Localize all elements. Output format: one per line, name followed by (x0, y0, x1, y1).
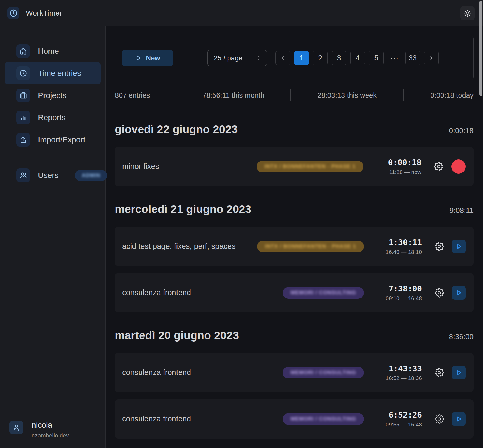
sidebar-item-label: Time entries (38, 69, 81, 78)
entry-times: 7:38:00 09:10 — 16:48 (374, 284, 422, 301)
page-button-5[interactable]: 5 (369, 51, 384, 65)
entry-name: acid test page: fixes, perf, spaces (122, 242, 257, 251)
page-button-3[interactable]: 3 (332, 51, 346, 65)
next-page-button[interactable] (424, 51, 439, 65)
pagination-toolbar: New 25 / page 1 2 3 4 5 ··· 33 (115, 36, 474, 80)
day-group: martedì 20 giugno 2023 8:36:00 consulenz… (115, 329, 474, 439)
sidebar-item-label: Import/Export (38, 135, 85, 144)
sidebar-item-projects[interactable]: Projects (5, 84, 101, 106)
project-badge[interactable]: MEMORI / CONSULTING (283, 367, 364, 378)
page-button-4[interactable]: 4 (350, 51, 365, 65)
sidebar-item-label: Reports (38, 113, 66, 122)
home-icon (16, 44, 30, 58)
entry-settings-button[interactable] (434, 288, 445, 298)
entry-play-button[interactable] (452, 412, 466, 426)
entry-stop-button[interactable] (451, 159, 466, 174)
day-header: giovedì 22 giugno 2023 0:00:18 (115, 123, 474, 136)
new-entry-button[interactable]: New (122, 50, 173, 66)
project-badge-label: INTX / BONNEFANTEN - PHASE 1 (265, 243, 356, 249)
sidebar-item-home[interactable]: Home (5, 40, 101, 62)
entry-duration: 7:38:00 (389, 284, 422, 293)
chevrons-up-down-icon (256, 55, 262, 61)
entry-name: consulenza frontend (122, 368, 283, 377)
sidebar-item-reports[interactable]: Reports (5, 106, 101, 129)
day-title: giovedì 22 giugno 2023 (115, 123, 238, 136)
day-header: martedì 20 giugno 2023 8:36:00 (115, 329, 474, 342)
entry-duration: 1:43:33 (389, 364, 422, 373)
entry-settings-button[interactable] (434, 241, 445, 252)
day-group: giovedì 22 giugno 2023 0:00:18 minor fix… (115, 123, 474, 186)
project-badge[interactable]: MEMORI / CONSULTING (283, 413, 364, 425)
page-size-value: 25 / page (214, 54, 242, 62)
entry-settings-button[interactable] (434, 367, 445, 378)
stat-this-week: 28:03:13 this week (291, 91, 403, 100)
sidebar: Home Time entries Projects Reports Impor… (0, 26, 106, 448)
entry-list: minor fixes INTX / BONNEFANTEN - PHASE 1… (115, 147, 474, 186)
entry-times: 6:52:26 09:55 — 16:48 (374, 410, 422, 428)
entry-name: consulenza frontend (122, 415, 283, 423)
entry-time-range: 16:52 — 18:36 (386, 375, 422, 381)
clock-icon (9, 9, 18, 17)
page-button-1[interactable]: 1 (294, 51, 309, 65)
clock-icon (16, 66, 30, 80)
gear-icon (434, 162, 443, 171)
briefcase-icon (16, 89, 30, 102)
day-title: mercoledì 21 giugno 2023 (115, 203, 251, 216)
profile-section[interactable]: nicola nzambello.dev (9, 421, 69, 439)
entry-play-button[interactable] (452, 240, 466, 253)
sidebar-item-import-export[interactable]: Import/Export (5, 129, 101, 151)
entry-duration: 6:52:26 (389, 410, 422, 420)
entry-play-button[interactable] (452, 286, 466, 300)
entry-times: 1:43:33 16:52 — 18:36 (374, 364, 422, 381)
bar-chart-icon (16, 111, 30, 124)
entry-times: 1:30:11 16:40 — 18:10 (374, 238, 422, 255)
day-group: mercoledì 21 giugno 2023 9:08:11 acid te… (115, 203, 474, 312)
project-badge[interactable]: INTX / BONNEFANTEN - PHASE 1 (257, 161, 363, 172)
play-icon (455, 289, 463, 297)
time-entry-card: acid test page: fixes, perf, spaces INTX… (115, 227, 474, 266)
entry-settings-button[interactable] (433, 161, 444, 172)
pager-ellipsis: ··· (388, 54, 401, 62)
admin-badge: ADMIN (75, 170, 107, 181)
sidebar-item-time-entries[interactable]: Time entries (5, 62, 101, 84)
profile-subtitle: nzambello.dev (32, 432, 69, 439)
profile-text: nicola nzambello.dev (32, 421, 69, 439)
chevron-left-icon (280, 55, 286, 61)
page-size-select[interactable]: 25 / page (207, 50, 267, 66)
project-badge-label: MEMORI / CONSULTING (290, 290, 356, 296)
entry-name: minor fixes (122, 162, 257, 171)
entry-time-range: 16:40 — 18:10 (386, 249, 422, 255)
project-badge[interactable]: INTX / BONNEFANTEN - PHASE 1 (257, 241, 364, 252)
page-button-last[interactable]: 33 (405, 51, 420, 65)
play-icon (455, 415, 463, 423)
app-logo (7, 7, 19, 19)
time-entry-card: consulenza frontend MEMORI / CONSULTING … (115, 273, 474, 312)
time-entry-card: consulenza frontend MEMORI / CONSULTING … (115, 353, 474, 392)
time-entry-card: consulenza frontend MEMORI / CONSULTING … (115, 399, 474, 439)
scrollbar-thumb[interactable] (479, 1, 482, 96)
entry-duration: 1:30:11 (389, 238, 422, 247)
entry-play-button[interactable] (452, 366, 466, 379)
theme-toggle-button[interactable] (460, 6, 475, 20)
day-title: martedì 20 giugno 2023 (115, 329, 239, 342)
day-groups: giovedì 22 giugno 2023 0:00:18 minor fix… (115, 123, 474, 439)
sidebar-item-users[interactable]: Users ADMIN (5, 164, 101, 186)
entry-list: acid test page: fixes, perf, spaces INTX… (115, 227, 474, 312)
sidebar-item-label: Projects (38, 91, 66, 100)
gear-icon (435, 414, 444, 424)
page-button-2[interactable]: 2 (313, 51, 328, 65)
gear-icon (435, 368, 444, 377)
stat-today: 0:00:18 today (404, 91, 474, 100)
stat-this-month: 78:56:11 this month (176, 91, 290, 100)
users-icon (16, 168, 30, 182)
play-icon (455, 369, 463, 377)
entry-times: 0:00:18 11:28 — now (374, 158, 421, 175)
entry-list: consulenza frontend MEMORI / CONSULTING … (115, 353, 474, 439)
entry-settings-button[interactable] (434, 414, 445, 424)
prev-page-button[interactable] (275, 51, 290, 65)
chevron-right-icon (428, 55, 434, 61)
entry-time-range: 09:55 — 16:48 (386, 421, 422, 428)
play-icon (455, 242, 463, 250)
gear-icon (435, 242, 444, 251)
project-badge[interactable]: MEMORI / CONSULTING (283, 287, 364, 299)
